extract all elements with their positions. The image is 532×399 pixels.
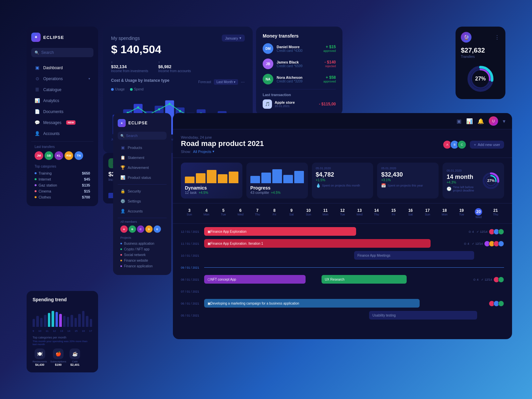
bar-label: Developing a marketing campaign for a bu… bbox=[210, 302, 299, 305]
security-icon: 🔒 bbox=[120, 189, 125, 194]
x-label: 11 bbox=[46, 330, 49, 332]
sidebar-item-operations[interactable]: ⊙ Operations ▾ bbox=[31, 73, 93, 84]
roadmap-topbar-outer: ▣ 📊 🔔 U ▾ bbox=[173, 113, 512, 129]
logo-area: ✦ ECLIPSE bbox=[31, 33, 93, 42]
cat-value: $4,430 bbox=[33, 363, 47, 366]
transfer-name: Nora Atcheson bbox=[277, 75, 320, 79]
roadmap-card: ▣ 📊 🔔 U ▾ Wendsday, 24 june Road map pro… bbox=[173, 113, 512, 339]
chevron-down-icon[interactable]: ▾ bbox=[503, 118, 505, 124]
clock-icon: 🕐 bbox=[447, 187, 452, 191]
category-icon-restaurants: 🍽️ Restaurants $4,430 bbox=[33, 348, 47, 366]
member-avatar: D bbox=[145, 225, 153, 233]
meta-time: ✓ 12/14 bbox=[481, 278, 492, 281]
money-transfers-card: Money transfers DM Daniel Moore Credit c… bbox=[256, 27, 342, 115]
donut-percent: 27% bbox=[475, 76, 486, 82]
transfer-credit: Credit card *4300 bbox=[277, 49, 320, 53]
timeline-date: 11 / 01 / 2021 bbox=[181, 242, 204, 245]
chevron-down-icon: ▾ bbox=[239, 36, 241, 40]
products-icon: ▣ bbox=[120, 145, 125, 150]
ux-research-bar: UX Research bbox=[322, 275, 407, 284]
project-label: Finance application bbox=[124, 264, 153, 268]
search-bar[interactable]: 🔍 Search bbox=[31, 48, 93, 57]
second-sidebar-item-settings[interactable]: ⚙️ Settings bbox=[118, 197, 167, 206]
more-icon[interactable]: ⋮ bbox=[494, 34, 500, 41]
category-label: Gaz station bbox=[39, 183, 57, 187]
last-transaction-section: Last transaction 🎵 Apple store 20.01.202… bbox=[263, 89, 336, 109]
meta-avatar bbox=[498, 277, 504, 283]
sidebar-item-label: Accounts bbox=[43, 131, 60, 136]
sidebar-item-catalogue[interactable]: ☰ Catalogue bbox=[31, 84, 93, 95]
usability-testing-bar: Usability testing bbox=[369, 311, 477, 320]
dyn-bar bbox=[196, 173, 205, 183]
accounts-icon: 👤 bbox=[35, 131, 40, 136]
svg-point-16 bbox=[158, 108, 160, 111]
category-label: Training bbox=[39, 171, 52, 175]
finance-app-exploration-bar: ▣ Finance App Exploration bbox=[204, 227, 356, 236]
sidebar-item-messages[interactable]: 💬 Messages NEW bbox=[31, 117, 93, 128]
prog-bar bbox=[261, 173, 271, 184]
category-value: $45 bbox=[84, 177, 90, 181]
second-sidebar-item-security[interactable]: 🔒 Security bbox=[118, 187, 167, 196]
search-label: Search bbox=[41, 50, 54, 55]
stat-date: 05.01.2020 bbox=[447, 169, 478, 172]
more-icon[interactable]: ··· bbox=[241, 79, 245, 84]
month-selector[interactable]: January ▾ bbox=[222, 35, 245, 42]
category-label: Internet bbox=[39, 177, 51, 181]
stat-desc-row: 📅 Spent on projects this year bbox=[381, 183, 435, 188]
second-search-bar[interactable]: 🔍 Search bbox=[118, 132, 167, 140]
show-row: Show: All Projects ▾ bbox=[181, 149, 264, 154]
members-label: All members bbox=[120, 220, 164, 223]
spending-trend-card: Spending trend 9 10 11 12 13 14 15 16 17… bbox=[27, 291, 98, 372]
nav-label: Products bbox=[128, 146, 142, 150]
bell-icon[interactable]: 🔔 bbox=[477, 118, 484, 124]
nav-label: Statement bbox=[128, 156, 144, 160]
cal-day: 12Tue bbox=[334, 207, 351, 220]
grid-icon[interactable]: ▣ bbox=[457, 118, 462, 124]
second-sidebar-item-product-status[interactable]: 📊 Product status bbox=[118, 173, 167, 182]
bar-label: UX Research bbox=[325, 278, 344, 281]
logo-text: ECLIPSE bbox=[43, 35, 64, 40]
meta-avatar bbox=[498, 241, 504, 247]
timeline-meta: ⊙ 4 ✓ 12/14 bbox=[468, 229, 504, 235]
stat-card-progress: Progress 43 complite +4.5% bbox=[246, 163, 308, 199]
add-new-user-button[interactable]: + Add new user bbox=[470, 141, 504, 149]
income-accounts: ↑ $6,982 Income from accounts bbox=[158, 61, 191, 73]
sidebar-item-label: Analytics bbox=[43, 98, 59, 103]
cal-day: 8Fri bbox=[266, 207, 283, 220]
last-month-toggle[interactable]: Last Month ▾ bbox=[214, 79, 238, 85]
nav-label: Accounts bbox=[128, 209, 143, 213]
cal-day: 16Sat bbox=[402, 207, 419, 220]
income-val: $32,134 bbox=[111, 64, 148, 69]
logo-icon: ✦ bbox=[31, 33, 41, 42]
sidebar-item-analytics[interactable]: 📊 Analytics bbox=[31, 95, 93, 106]
avatar: SB bbox=[45, 151, 53, 160]
meta-avatar bbox=[498, 301, 504, 307]
subscriptions-icon: 🍎 bbox=[53, 348, 64, 359]
second-sidebar-item-accounts[interactable]: 👤 Accounts bbox=[118, 206, 167, 216]
plus-icon: + bbox=[474, 143, 476, 147]
second-sidebar-item-statement[interactable]: 📋 Statement bbox=[118, 153, 167, 162]
project-item: Business application bbox=[118, 241, 167, 246]
bar bbox=[44, 315, 46, 327]
timeline-row: 12 / 01 / 2021 ▣ Finance App Exploration… bbox=[181, 227, 504, 236]
chart-icon[interactable]: 📊 bbox=[466, 118, 473, 124]
avatar: DM bbox=[263, 43, 273, 54]
cal-day: 19Tue bbox=[453, 207, 470, 220]
second-sidebar-item-products[interactable]: ▣ Products bbox=[118, 143, 167, 152]
timeline-meta bbox=[490, 301, 504, 307]
spend-dot bbox=[130, 88, 133, 91]
transfer-item: JB James Black Credit card *6599 - $140 … bbox=[263, 59, 336, 69]
timeline-date: 08 / 01 / 2021 bbox=[181, 278, 204, 281]
show-value[interactable]: All Projects ▾ bbox=[193, 149, 214, 154]
category-dot bbox=[35, 172, 37, 174]
second-sidebar-item-achievement[interactable]: 🏆 Achievement bbox=[118, 163, 167, 172]
sidebar-item-documents[interactable]: 📄 Documents bbox=[31, 106, 93, 117]
category-dot bbox=[35, 184, 37, 186]
bar bbox=[78, 314, 80, 327]
project-label: Social network bbox=[124, 253, 146, 257]
roadmap-header-right: A B C + Add new user bbox=[444, 140, 504, 149]
sidebar-item-accounts[interactable]: 👤 Accounts bbox=[31, 128, 93, 139]
sidebar-item-dashboard[interactable]: ▣ Dashboard bbox=[31, 63, 93, 73]
x-label: 16 bbox=[82, 330, 85, 332]
svg-point-17 bbox=[169, 103, 171, 105]
